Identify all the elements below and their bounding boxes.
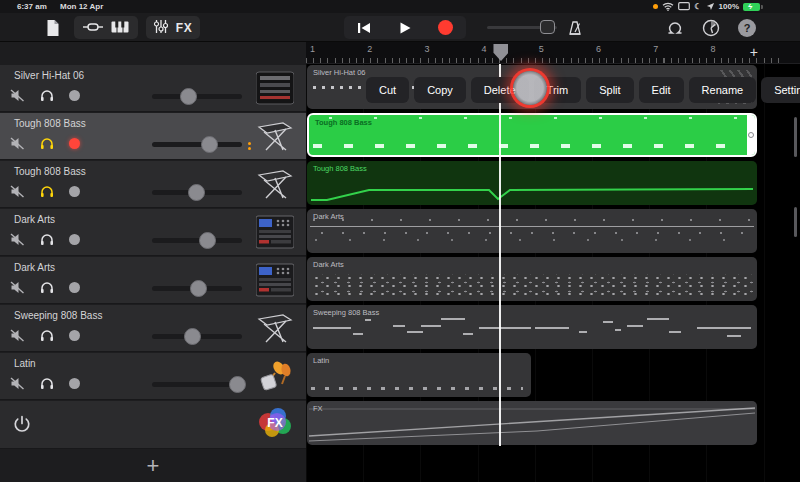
track-volume-slider[interactable] <box>152 190 242 195</box>
mixer-sliders-icon[interactable] <box>154 20 168 36</box>
track-header-tough-808-bass-1[interactable]: Tough 808 Bass <box>0 113 306 160</box>
mute-icon[interactable] <box>10 377 25 390</box>
lane-latin: Latin <box>306 352 800 400</box>
track-header-tough-808-bass-2[interactable]: Tough 808 Bass <box>0 161 306 208</box>
record-enable-dot[interactable] <box>69 330 80 341</box>
context-menu-item-split[interactable]: Split <box>586 77 633 103</box>
wifi-icon <box>662 2 674 11</box>
mute-icon[interactable] <box>10 89 25 102</box>
region-latin[interactable]: Latin <box>307 353 531 397</box>
clock-date: Mon 12 Apr <box>60 2 103 11</box>
volume-knob[interactable] <box>184 328 201 345</box>
mute-icon[interactable] <box>10 137 25 150</box>
power-icon[interactable] <box>13 415 31 433</box>
volume-knob[interactable] <box>180 88 197 105</box>
track-header-sweeping-808-bass[interactable]: Sweeping 808 Bass <box>0 305 306 352</box>
context-menu-item-cut[interactable]: Cut <box>366 77 409 103</box>
location-icon <box>706 2 715 11</box>
track-header-dark-arts-2[interactable]: Dark Arts <box>0 257 306 304</box>
my-songs-button[interactable] <box>40 16 66 39</box>
region-dark-arts-1[interactable]: Dark Arts <box>307 209 757 253</box>
context-menu-item-copy[interactable]: Copy <box>414 77 466 103</box>
volume-knob[interactable] <box>201 136 218 153</box>
headphones-icon[interactable] <box>40 377 54 390</box>
lane-fx: FX <box>306 400 800 448</box>
ruler-bar-number: 3 <box>424 44 429 54</box>
vertical-scrollbar[interactable] <box>794 207 797 237</box>
fx-button[interactable]: FX <box>176 21 192 35</box>
headphones-icon[interactable] <box>40 281 54 294</box>
connector-icon[interactable] <box>83 19 103 37</box>
record-enable-dot[interactable] <box>69 234 80 245</box>
midi-note-bar <box>727 335 741 337</box>
region-dark-arts-2[interactable]: Dark Arts <box>307 257 757 301</box>
vertical-scrollbar[interactable] <box>794 117 797 157</box>
region-sweeping-808-bass[interactable]: Sweeping 808 Bass <box>307 305 757 349</box>
region-tough-808-bass-selected[interactable]: Tough 808 Bass <box>307 113 757 157</box>
volume-knob[interactable] <box>188 184 205 201</box>
timeline-area[interactable]: 12345678 + Silver Hi-Hat 06 CutCopyDelet… <box>306 42 800 482</box>
region-fx[interactable]: FX <box>307 401 757 445</box>
record-enable-dot[interactable] <box>69 138 80 149</box>
master-volume-slider[interactable] <box>487 26 557 29</box>
drum-machine-icon[interactable] <box>256 71 294 105</box>
record-button[interactable] <box>425 16 466 39</box>
add-track-button[interactable]: + <box>147 453 160 479</box>
settings-button[interactable] <box>699 16 723 39</box>
track-volume-slider[interactable] <box>152 94 242 99</box>
rewind-button[interactable] <box>344 16 385 39</box>
mute-icon[interactable] <box>10 329 25 342</box>
track-header-dark-arts-1[interactable]: Dark Arts <box>0 209 306 256</box>
headphones-icon[interactable] <box>40 137 54 150</box>
track-volume-slider[interactable] <box>152 142 242 147</box>
midi-note-bar <box>535 327 569 329</box>
track-header-latin[interactable]: Latin <box>0 353 306 400</box>
context-menu-item-edit[interactable]: Edit <box>639 77 684 103</box>
sampler-icon[interactable] <box>256 215 294 249</box>
track-volume-slider[interactable] <box>152 382 242 387</box>
context-menu-item-settings[interactable]: Settings <box>761 77 800 103</box>
volume-knob[interactable] <box>229 376 246 393</box>
record-enable-dot[interactable] <box>69 186 80 197</box>
keyboard-stand-icon[interactable] <box>256 119 294 153</box>
help-button[interactable]: ? <box>737 16 757 39</box>
mixer-fx-toggle: FX <box>146 16 200 39</box>
sampler-icon[interactable] <box>256 263 294 297</box>
volume-knob[interactable] <box>199 232 216 249</box>
mute-icon[interactable] <box>10 233 25 246</box>
track-volume-slider[interactable] <box>152 238 242 243</box>
playhead-line[interactable] <box>499 64 501 446</box>
mute-icon[interactable] <box>10 185 25 198</box>
context-menu-item-rename[interactable]: Rename <box>689 77 757 103</box>
play-button[interactable] <box>385 16 426 39</box>
lane-sweeping-808-bass: Sweeping 808 Bass <box>306 304 800 352</box>
track-volume-slider[interactable] <box>152 286 242 291</box>
keyboard-stand-icon[interactable] <box>256 167 294 201</box>
headphones-icon[interactable] <box>40 185 54 198</box>
master-fx-row[interactable] <box>0 401 306 449</box>
loop-browser-button[interactable] <box>663 16 687 39</box>
lane-dark-arts-2: Dark Arts <box>306 256 800 304</box>
master-volume-knob[interactable] <box>540 20 555 34</box>
headphones-icon[interactable] <box>40 233 54 246</box>
mute-icon[interactable] <box>10 281 25 294</box>
track-name: Dark Arts <box>14 214 55 225</box>
lane-tough-808-bass-2: Tough 808 Bass <box>306 160 800 208</box>
region-tough-808-bass-automation[interactable]: Tough 808 Bass <box>307 161 757 205</box>
record-enable-dot[interactable] <box>69 90 80 101</box>
headphones-icon[interactable] <box>40 89 54 102</box>
track-volume-slider[interactable] <box>152 334 242 339</box>
record-enable-dot[interactable] <box>69 282 80 293</box>
timeline-ruler[interactable]: 12345678 + <box>306 42 800 64</box>
keyboard-view-icon[interactable] <box>111 19 129 37</box>
loop-handle[interactable] <box>747 115 755 155</box>
metronome-button[interactable] <box>563 16 587 39</box>
add-section-button[interactable]: + <box>750 44 758 60</box>
headphones-icon[interactable] <box>40 329 54 342</box>
track-header-silver-hi-hat[interactable]: Silver Hi-Hat 06 <box>0 65 306 112</box>
volume-knob[interactable] <box>190 280 207 297</box>
fx-splash-icon[interactable] <box>256 406 294 440</box>
maracas-icon[interactable] <box>256 359 294 393</box>
keyboard-stand-icon[interactable] <box>256 311 294 345</box>
record-enable-dot[interactable] <box>69 378 80 389</box>
